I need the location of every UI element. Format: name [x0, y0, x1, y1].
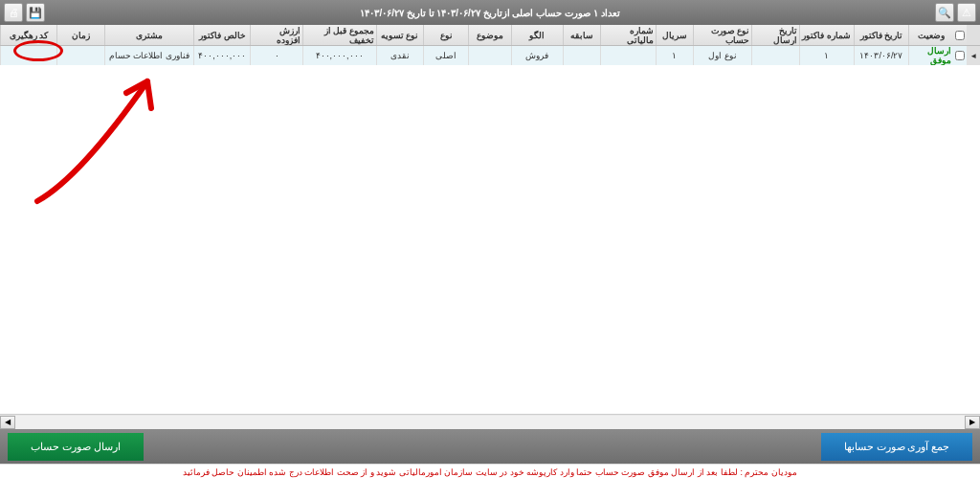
checkbox-header[interactable]	[953, 25, 967, 45]
cell-type: اصلی	[423, 46, 468, 65]
search-icon[interactable]: 🔍	[935, 3, 954, 22]
col-settlement[interactable]: نوع تسویه	[376, 25, 423, 45]
cell-vat: ۰	[250, 46, 301, 65]
cell-pattern: فروش	[511, 46, 563, 65]
cell-net: ۴۰۰,۰۰۰,۰۰۰	[193, 46, 250, 65]
cell-account-type: نوع اول	[693, 46, 751, 65]
col-previous[interactable]: سابقه	[563, 25, 600, 45]
cell-invoice-no: ۱	[799, 46, 854, 65]
scroll-right-icon[interactable]: ▶	[965, 416, 980, 429]
cell-send-date	[751, 46, 798, 65]
col-time[interactable]: زمان	[56, 25, 103, 45]
print-icon[interactable]: 🖨	[4, 3, 23, 22]
col-send-date[interactable]: تاریخ ارسال	[751, 25, 798, 45]
col-vat[interactable]: ارزش افزوده	[250, 25, 301, 45]
scroll-left-icon[interactable]: ◀	[0, 416, 15, 429]
scroll-track[interactable]	[15, 416, 965, 429]
warning-icon[interactable]: ⚠	[957, 3, 976, 22]
row-indicator[interactable]: ◄	[967, 46, 980, 65]
col-customer[interactable]: مشتری	[104, 25, 194, 45]
col-invoice-no[interactable]: شماره فاکتور	[799, 25, 854, 45]
col-invoice-date[interactable]: تاریخ فاکتور	[854, 25, 908, 45]
col-net[interactable]: خالص فاکتور	[193, 25, 250, 45]
row-checkbox[interactable]	[953, 46, 967, 65]
col-subject[interactable]: موضوع	[468, 25, 510, 45]
cell-status: ارسال موفق	[908, 46, 953, 65]
save-icon[interactable]: 💾	[26, 3, 45, 22]
col-account-type[interactable]: نوع صورت حساب	[693, 25, 751, 45]
top-toolbar: ⚠ 🔍 تعداد ۱ صورت حساب اصلی ازتاریخ ۱۴۰۳/…	[0, 0, 980, 25]
table-row[interactable]: ◄ ارسال موفق ۱۴۰۳/۰۶/۲۷ ۱ نوع اول ۱ فروش…	[0, 46, 980, 65]
col-type[interactable]: نوع	[423, 25, 468, 45]
col-pre-discount[interactable]: مجموع قبل از تخفیف	[302, 25, 376, 45]
collect-accounts-button[interactable]: جمع آوری صورت حسابها	[821, 433, 972, 461]
send-account-button[interactable]: ارسال صورت حساب	[8, 433, 144, 461]
cell-subject	[468, 46, 510, 65]
cell-serial: ۱	[656, 46, 693, 65]
cell-invoice-date: ۱۴۰۳/۰۶/۲۷	[854, 46, 908, 65]
col-serial[interactable]: سریال	[656, 25, 693, 45]
cell-customer: فناوری اطلاعات حسام	[104, 46, 194, 65]
notice-text: مودیان محترم : لطفا بعد از ارسال موفق صو…	[0, 464, 980, 481]
cell-settlement: نقدی	[376, 46, 423, 65]
col-track-code[interactable]: کد رهگیری	[0, 25, 56, 45]
horizontal-scrollbar[interactable]: ▶ ◀	[0, 414, 980, 429]
footer-bar: جمع آوری صورت حسابها ارسال صورت حساب	[0, 429, 980, 464]
cell-track-code	[0, 46, 56, 65]
cell-previous	[563, 46, 600, 65]
cell-pre-discount: ۴۰۰,۰۰۰,۰۰۰	[302, 46, 376, 65]
col-pattern[interactable]: الگو	[511, 25, 563, 45]
col-tax-no[interactable]: شماره مالیاتی	[600, 25, 655, 45]
cell-tax-no	[600, 46, 655, 65]
cell-time	[56, 46, 103, 65]
row-selector-header	[967, 25, 980, 45]
toolbar-title: تعداد ۱ صورت حساب اصلی ازتاریخ ۱۴۰۳/۰۶/۲…	[45, 8, 935, 18]
grid-body[interactable]: ◄ ارسال موفق ۱۴۰۳/۰۶/۲۷ ۱ نوع اول ۱ فروش…	[0, 46, 980, 414]
grid-header: وضعیت تاریخ فاکتور شماره فاکتور تاریخ ار…	[0, 25, 980, 46]
col-status[interactable]: وضعیت	[908, 25, 953, 45]
